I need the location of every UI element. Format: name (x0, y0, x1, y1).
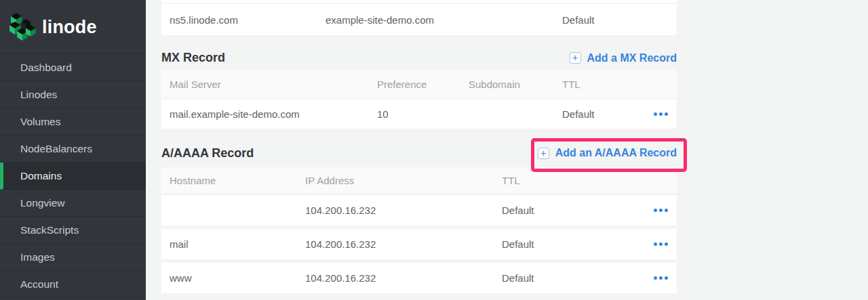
a-col-hostname: Hostname (170, 175, 305, 186)
add-mx-record-button[interactable]: + Add a MX Record (570, 52, 677, 64)
domain-records-panel: ns5.linode.com example-site-demo.com Def… (161, 0, 677, 293)
sidebar-item-label: NodeBalancers (20, 143, 92, 155)
mx-row-actions-menu-button[interactable] (644, 100, 677, 129)
a-row-actions-menu-button[interactable] (644, 195, 677, 226)
ns-table-partial-row-top (161, 0, 677, 3)
linode-logo[interactable]: linode (0, 0, 146, 53)
mx-ttl-cell: Default (562, 108, 644, 120)
sidebar-item-label: Longview (20, 197, 65, 209)
a-hostname-cell: mail (170, 238, 305, 250)
add-mx-record-label: Add a MX Record (587, 52, 677, 64)
a-record-row: www 104.200.16.232 Default (161, 263, 677, 293)
plus-icon: + (538, 148, 549, 159)
sidebar-item-volumes[interactable]: Volumes (0, 108, 146, 135)
mx-col-preference: Preference (377, 79, 469, 90)
sidebar-item-dashboard[interactable]: Dashboard (0, 54, 146, 81)
sidebar-item-linodes[interactable]: Linodes (0, 81, 146, 108)
mx-table-header: Mail Server Preference Subdomain TTL (161, 70, 677, 98)
a-ip-cell: 104.200.16.232 (305, 238, 502, 250)
a-col-ttl: TTL (502, 175, 644, 186)
mx-mail-server-cell: mail.example-site-demo.com (170, 108, 377, 120)
a-ttl-cell: Default (502, 272, 644, 284)
a-row-actions-menu-button[interactable] (644, 263, 677, 293)
a-row-actions-menu-button[interactable] (644, 229, 677, 259)
a-col-ip-address: IP Address (305, 175, 502, 186)
a-record-row: 104.200.16.232 Default (161, 195, 677, 226)
sidebar-item-stackscripts[interactable]: StackScripts (0, 217, 146, 244)
a-ip-cell: 104.200.16.232 (305, 205, 502, 216)
sidebar-nav: Dashboard Linodes Volumes NodeBalancers … (0, 53, 146, 298)
a-table-header: Hostname IP Address TTL (161, 167, 677, 193)
ns-record-row: ns5.linode.com example-site-demo.com Def… (161, 4, 677, 35)
a-ip-cell: 104.200.16.232 (305, 272, 502, 284)
ns-ttl-cell: Default (562, 14, 677, 26)
mx-record-title: MX Record (161, 51, 225, 65)
plus-icon: + (570, 52, 581, 64)
sidebar-item-nodebalancers[interactable]: NodeBalancers (0, 135, 146, 163)
add-a-record-label: Add an A/AAAA Record (555, 147, 677, 159)
a-ttl-cell: Default (502, 205, 644, 216)
sidebar-item-label: Dashboard (20, 62, 72, 74)
sidebar-item-label: Volumes (20, 116, 60, 128)
sidebar-item-label: StackScripts (20, 224, 79, 236)
sidebar-item-longview[interactable]: Longview (0, 190, 146, 217)
mx-col-ttl: TTL (562, 79, 644, 90)
add-a-record-button[interactable]: + Add an A/AAAA Record (538, 147, 677, 159)
ns-name-server-cell: ns5.linode.com (170, 14, 326, 26)
sidebar-item-label: Domains (20, 170, 62, 182)
a-ttl-cell: Default (502, 238, 644, 250)
brand-name: linode (42, 17, 97, 38)
sidebar-item-account[interactable]: Account (0, 271, 146, 298)
sidebar: linode Dashboard Linodes Volumes NodeBal… (0, 0, 146, 300)
a-record-section-header: A/AAAA Record + Add an A/AAAA Record (161, 140, 677, 166)
sidebar-item-domains[interactable]: Domains (0, 163, 146, 190)
sidebar-item-images[interactable]: Images (0, 244, 146, 271)
mx-record-section-header: MX Record + Add a MX Record (161, 46, 677, 70)
mx-col-mail-server: Mail Server (170, 79, 377, 90)
a-record-title: A/AAAA Record (161, 146, 254, 160)
ns-subdomain-cell: example-site-demo.com (326, 14, 562, 26)
sidebar-item-label: Linodes (20, 89, 57, 101)
sidebar-item-label: Images (20, 251, 55, 263)
sidebar-item-label: Account (20, 278, 58, 291)
linode-cube-logo-icon (9, 13, 36, 43)
a-record-row: mail 104.200.16.232 Default (161, 229, 677, 259)
a-hostname-cell: www (170, 272, 305, 284)
mx-col-subdomain: Subdomain (469, 79, 562, 90)
mx-preference-cell: 10 (377, 108, 469, 120)
mx-record-row: mail.example-site-demo.com 10 Default (161, 100, 677, 129)
linode-manager-app: linode Dashboard Linodes Volumes NodeBal… (0, 0, 868, 300)
